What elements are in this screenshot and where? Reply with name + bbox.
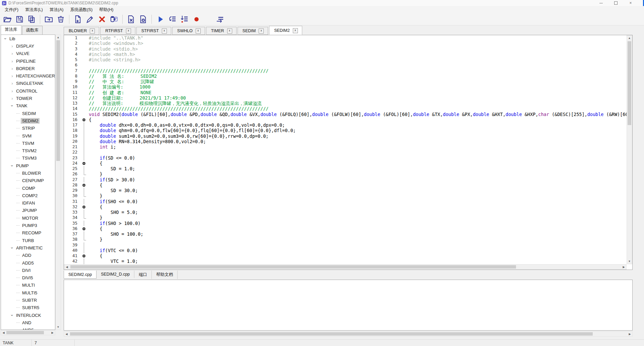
code-text[interactable]: 1#include "..\TANK.h"2#include <windows.… — [64, 35, 627, 264]
scroll-left-icon[interactable]: ◀ — [64, 265, 69, 269]
tree-item-lib[interactable]: ›Lib — [1, 35, 55, 42]
sidebar-horizontal-scrollbar[interactable]: ◀ ▶ — [1, 330, 55, 335]
chevron-down-icon[interactable]: › — [10, 313, 14, 318]
chevron-right-icon[interactable]: › — [10, 81, 15, 85]
tree-item-multi[interactable]: MULTI — [1, 282, 55, 289]
scroll-up-icon[interactable]: ▲ — [56, 35, 61, 40]
tree-item-divi5[interactable]: DIVI5 — [1, 274, 55, 282]
doc-tab-blower[interactable]: BLOWERx — [64, 27, 99, 35]
scroll-right-icon[interactable]: ▶ — [50, 330, 55, 335]
tree-item-subtr5[interactable]: SUBTR5 — [1, 304, 55, 311]
tree-item-turb[interactable]: TURB — [1, 237, 55, 244]
tree-item-jpump[interactable]: JPUMP — [1, 207, 55, 214]
doc-tab-timer[interactable]: TIMERx — [206, 27, 237, 35]
doc-tab-stfirst[interactable]: STFIRSTx — [136, 27, 171, 35]
fold-collapse-icon[interactable] — [80, 226, 88, 231]
fold-collapse-icon[interactable] — [80, 182, 88, 188]
output-horizontal-scrollbar[interactable]: ◀ ▶ — [64, 331, 633, 337]
file-view-tab-sedim2-d-cpp[interactable]: SEDIM2_D.cpp — [96, 271, 134, 278]
goto-button[interactable] — [214, 14, 226, 25]
doc-tab-sedim2[interactable]: SEDIM2x — [269, 26, 302, 35]
tab-close-icon[interactable]: x — [227, 28, 232, 34]
tree-item-recomp[interactable]: RECOMP — [1, 229, 55, 237]
scroll-down-icon[interactable]: ▼ — [56, 325, 61, 330]
save-button[interactable] — [13, 14, 25, 25]
open-button[interactable] — [1, 14, 13, 25]
run-button[interactable] — [154, 14, 166, 25]
scroll-right-icon[interactable]: ▶ — [621, 265, 626, 269]
minimize-button[interactable] — [594, 0, 608, 6]
fold-collapse-icon[interactable] — [80, 161, 88, 166]
chevron-down-icon[interactable]: › — [10, 163, 14, 168]
tree-item-tsvm3[interactable]: TSVM3 — [1, 155, 55, 162]
fold-collapse-icon[interactable] — [80, 253, 88, 258]
tree-item-sedim[interactable]: SEDIM — [1, 110, 55, 117]
fold-collapse-icon[interactable] — [80, 117, 88, 122]
tree-item-and5[interactable]: AND5 — [1, 327, 55, 330]
tree-item-add5[interactable]: ADD5 — [1, 259, 55, 267]
tab-close-icon[interactable]: x — [90, 28, 95, 34]
step-over-button[interactable] — [166, 14, 178, 25]
generate-file-button[interactable] — [137, 14, 149, 25]
tree-item-subtr[interactable]: SUBTR — [1, 296, 55, 304]
delete-item-button[interactable] — [55, 14, 67, 25]
chevron-right-icon[interactable]: › — [10, 74, 15, 78]
close-button[interactable]: × — [623, 0, 638, 6]
tree-item-tower[interactable]: ›TOWER — [1, 95, 55, 102]
tree-item-multi5[interactable]: MULTI5 — [1, 289, 55, 296]
scrollbar-thumb[interactable] — [6, 331, 44, 334]
file-view-tab-----[interactable]: 帮助文档 — [152, 271, 178, 279]
menu-item-3[interactable]: 系统函数(S) — [67, 6, 96, 13]
export-folder-button[interactable] — [43, 14, 55, 25]
tree-item-tank[interactable]: ›TANK — [1, 102, 55, 110]
remove-button[interactable] — [96, 14, 108, 25]
scrollbar-thumb[interactable] — [628, 41, 631, 125]
scroll-left-icon[interactable]: ◀ — [64, 332, 69, 336]
tree-item-comp[interactable]: COMP — [1, 184, 55, 192]
tree-item-pump3[interactable]: PUMP3 — [1, 222, 55, 229]
new-file-button[interactable] — [72, 14, 84, 25]
tab-close-icon[interactable]: x — [126, 28, 131, 34]
tree-item-control[interactable]: ›CONTROL — [1, 87, 55, 95]
chevron-right-icon[interactable]: › — [10, 89, 15, 93]
tree-item-idfan[interactable]: IDFAN — [1, 199, 55, 207]
tree-item-and[interactable]: AND — [1, 319, 55, 326]
db-transfer-button[interactable] — [108, 14, 120, 25]
menu-item-1[interactable]: 算法库(L) — [22, 6, 46, 13]
chevron-right-icon[interactable]: › — [10, 51, 15, 56]
tree-item-svm[interactable]: SVM — [1, 132, 55, 139]
tree-item-strip[interactable]: STRIP — [1, 125, 55, 132]
tree-item-border[interactable]: ›BORDER — [1, 65, 55, 72]
tree-item-valve[interactable]: ›VALVE — [1, 50, 55, 57]
record-button[interactable] — [190, 14, 202, 25]
step-into-button[interactable] — [178, 14, 190, 25]
file-view-tab-sedim2-cpp[interactable]: SEDIM2.cpp — [64, 271, 96, 279]
tree-item-cenpump[interactable]: CENPUMP — [1, 177, 55, 184]
edit-button[interactable] — [84, 14, 96, 25]
tree-item-pump[interactable]: ›PUMP — [1, 162, 55, 169]
tree-item-heatexchanger[interactable]: ›HEATEXCHANGER — [1, 72, 55, 79]
scroll-right-icon[interactable]: ▶ — [627, 332, 632, 336]
file-view-tab---[interactable]: 端口 — [134, 271, 152, 279]
tree-item-add[interactable]: ADD — [1, 252, 55, 259]
tree-item-comp2[interactable]: COMP2 — [1, 192, 55, 199]
tree-item-tsvm2[interactable]: TSVM2 — [1, 147, 55, 154]
tab-close-icon[interactable]: x — [293, 28, 298, 33]
tree-item-pipeline[interactable]: ›PIPELINE — [1, 57, 55, 65]
chevron-right-icon[interactable]: › — [10, 44, 15, 48]
chevron-down-icon[interactable]: › — [10, 103, 14, 108]
doc-tab-swhlo[interactable]: SWHLOx — [172, 27, 205, 35]
build-file-button[interactable] — [125, 14, 137, 25]
sidebar-vertical-scrollbar[interactable]: ▲ ▼ — [55, 35, 61, 330]
scroll-up-icon[interactable]: ▲ — [627, 36, 632, 41]
chevron-right-icon[interactable]: › — [10, 96, 15, 101]
chevron-down-icon[interactable]: › — [10, 245, 14, 250]
editor-vertical-scrollbar[interactable]: ▲ ▼ — [627, 35, 632, 264]
tree-item-display[interactable]: ›DISPLAY — [1, 42, 55, 50]
chevron-right-icon[interactable]: › — [10, 59, 15, 63]
scroll-down-icon[interactable]: ▼ — [627, 259, 632, 264]
chevron-down-icon[interactable]: › — [3, 36, 8, 41]
tree-item-arithmetic[interactable]: ›ARITHMETIC — [1, 244, 55, 251]
sidebar-tab-inactive[interactable]: 函数库 — [22, 26, 43, 35]
tab-close-icon[interactable]: x — [259, 28, 264, 34]
